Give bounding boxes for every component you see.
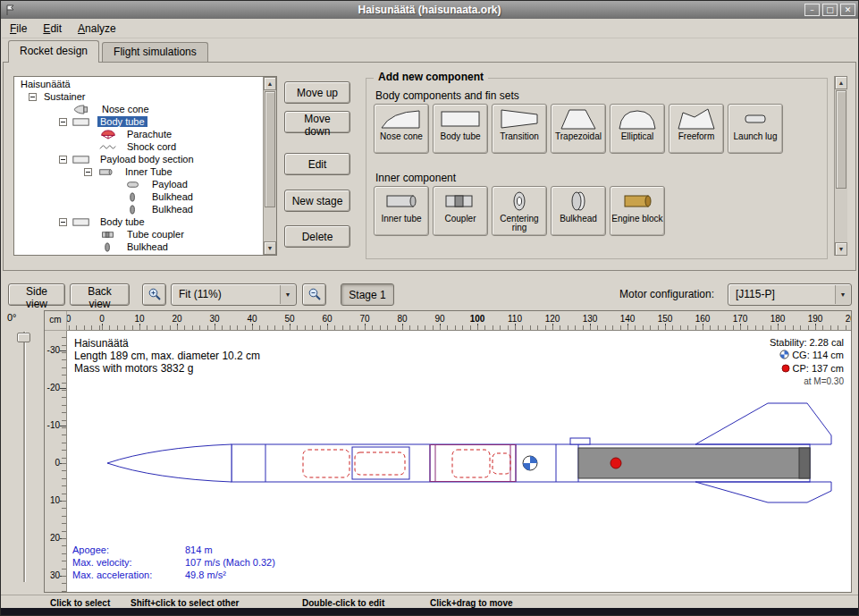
rocket-canvas[interactable]: Haisunäätä Length 189 cm, max. diameter … bbox=[67, 331, 851, 592]
ruler-label: 70 bbox=[354, 314, 375, 324]
add-freeform-fin-button[interactable]: Freeform bbox=[669, 104, 724, 154]
cp-marker bbox=[611, 458, 621, 468]
nose-cone-shape bbox=[107, 444, 232, 482]
expander-icon[interactable] bbox=[59, 156, 67, 164]
tree-item[interactable]: Sustainer bbox=[14, 90, 263, 103]
menu-item-file[interactable]: File bbox=[2, 21, 35, 37]
chevron-down-icon[interactable]: ▼ bbox=[835, 285, 850, 304]
rotation-slider-track[interactable] bbox=[23, 332, 25, 582]
chevron-down-icon[interactable]: ▼ bbox=[280, 285, 295, 304]
tree-item-label: Body tube bbox=[97, 116, 147, 127]
tree-item[interactable]: Tube coupler bbox=[14, 228, 263, 240]
ruler-label: 200 bbox=[842, 314, 851, 324]
tree-item[interactable]: Body tube bbox=[14, 115, 263, 128]
tree-scrollbar[interactable]: ▲ ▼ bbox=[263, 77, 276, 255]
ruler-tick bbox=[665, 324, 666, 330]
scroll-down-icon[interactable]: ▼ bbox=[264, 241, 276, 255]
ruler-tick bbox=[440, 324, 441, 330]
add-nose-cone-button[interactable]: Nose cone bbox=[374, 104, 429, 154]
expander-icon[interactable] bbox=[29, 93, 37, 101]
add-trapezoidal-fin-button[interactable]: Trapezoidal bbox=[551, 104, 606, 154]
tree-item-label: Parachute bbox=[124, 129, 174, 139]
tree-item[interactable]: Nose cone bbox=[14, 103, 263, 115]
expander-icon[interactable] bbox=[84, 168, 92, 176]
zoom-out-button[interactable] bbox=[302, 283, 326, 306]
ruler-tick bbox=[402, 324, 403, 330]
rocket-view-frame: cm -100102030405060708090100110120130140… bbox=[44, 310, 852, 593]
delete-button[interactable]: Delete bbox=[284, 225, 350, 248]
title-bar[interactable]: Haisunäätä (haisunaata.ork) – □ ✕ bbox=[1, 1, 858, 19]
tree-item[interactable]: Haisunäätä bbox=[14, 78, 263, 90]
ruler-tick bbox=[177, 324, 178, 330]
add-body-tube-button[interactable]: Body tube bbox=[433, 104, 488, 154]
ruler-tick bbox=[552, 324, 553, 330]
close-button[interactable]: ✕ bbox=[840, 4, 855, 16]
add-elliptical-fin-button[interactable]: Elliptical bbox=[610, 104, 665, 154]
edit-button[interactable]: Edit bbox=[284, 153, 350, 175]
scrollbar-thumb[interactable] bbox=[265, 91, 275, 207]
add-launch-lug-button[interactable]: Launch lug bbox=[728, 104, 783, 154]
ruler-tick bbox=[139, 324, 140, 330]
back-view-button[interactable]: Back view bbox=[70, 283, 130, 306]
add-engine-block-button[interactable]: Engine block bbox=[610, 186, 665, 236]
tree-item-label: Tube coupler bbox=[124, 229, 187, 240]
menu-item-analyze[interactable]: Analyze bbox=[70, 21, 124, 37]
scroll-down-icon[interactable]: ▼ bbox=[835, 242, 847, 256]
tree-item[interactable]: Bulkhead bbox=[14, 203, 263, 215]
maximize-button[interactable]: □ bbox=[822, 4, 838, 16]
status-hint: Click+drag to move bbox=[430, 598, 513, 608]
new-stage-button[interactable]: New stage bbox=[284, 190, 350, 212]
add-transition-button[interactable]: Transition bbox=[492, 104, 547, 154]
scroll-up-icon[interactable]: ▲ bbox=[835, 76, 847, 89]
tab-rocket-design[interactable]: Rocket design bbox=[8, 40, 99, 63]
coupler-icon bbox=[439, 190, 482, 213]
menu-item-edit[interactable]: Edit bbox=[35, 21, 70, 37]
flight-stat-label: Max. velocity: bbox=[72, 556, 185, 569]
tree-item[interactable]: Payload bbox=[14, 178, 263, 190]
side-view-button[interactable]: Side view bbox=[8, 283, 65, 306]
add-coupler-button[interactable]: Coupler bbox=[433, 186, 488, 236]
panel-scrollbar[interactable]: ▲ ▼ bbox=[834, 76, 847, 256]
zoom-in-button[interactable] bbox=[142, 283, 166, 306]
add-inner-tube-button[interactable]: Inner tube bbox=[374, 186, 429, 236]
ruler-label: 100 bbox=[467, 314, 488, 324]
cg-row: CG:114 cm bbox=[770, 349, 844, 362]
tree-item[interactable]: Shock cord bbox=[14, 140, 263, 153]
scrollbar-thumb[interactable] bbox=[836, 90, 846, 189]
rotation-slider-handle[interactable] bbox=[17, 333, 30, 342]
move-down-button[interactable]: Move down bbox=[284, 111, 350, 133]
ruler-label: 0 bbox=[55, 458, 60, 468]
rocket-name: Haisunäätä bbox=[74, 337, 260, 350]
component-group-label: Inner component bbox=[375, 172, 456, 184]
window-icon bbox=[4, 4, 17, 16]
tree-item[interactable]: Parachute bbox=[14, 128, 263, 140]
move-up-button[interactable]: Move up bbox=[284, 81, 350, 104]
ruler-label: -20 bbox=[47, 383, 60, 393]
add-centering-ring-button[interactable]: Centering ring bbox=[492, 186, 547, 236]
motor-configuration-select[interactable]: [J115-P] ▼ bbox=[728, 283, 852, 306]
component-button-label: Bulkhead bbox=[560, 215, 597, 224]
tree-item[interactable]: Bulkhead bbox=[14, 190, 263, 203]
ruler-label: 90 bbox=[429, 314, 451, 324]
scroll-up-icon[interactable]: ▲ bbox=[264, 77, 276, 90]
ruler-tick bbox=[778, 324, 779, 330]
zoom-select[interactable]: Fit (11%) ▼ bbox=[171, 283, 297, 306]
expander-icon[interactable] bbox=[59, 118, 67, 126]
zoom-in-icon bbox=[147, 291, 162, 304]
tree-item[interactable]: Payload body section bbox=[14, 153, 263, 165]
bulkhead-icon bbox=[98, 241, 122, 252]
ruler-tick bbox=[590, 324, 591, 330]
add-component-title: Add new component bbox=[374, 71, 488, 83]
stability-value: 2.28 cal bbox=[809, 337, 844, 348]
add-bulkhead-button[interactable]: Bulkhead bbox=[551, 186, 606, 236]
tab-flight-simulations[interactable]: Flight simulations bbox=[102, 42, 208, 62]
tree-item[interactable]: Inner Tube bbox=[14, 165, 263, 178]
tree-item[interactable]: Body tube bbox=[14, 215, 263, 228]
tree-item[interactable]: Bulkhead bbox=[14, 240, 263, 253]
application-window: Haisunäätä (haisunaata.ork) – □ ✕ FileEd… bbox=[0, 0, 859, 616]
expander-icon[interactable] bbox=[59, 218, 67, 226]
motor-configuration-label: Motor configuration: bbox=[619, 288, 714, 300]
ruler-label: 50 bbox=[279, 314, 300, 324]
minimize-button[interactable]: – bbox=[804, 4, 820, 16]
stage-1-button[interactable]: Stage 1 bbox=[341, 283, 394, 306]
